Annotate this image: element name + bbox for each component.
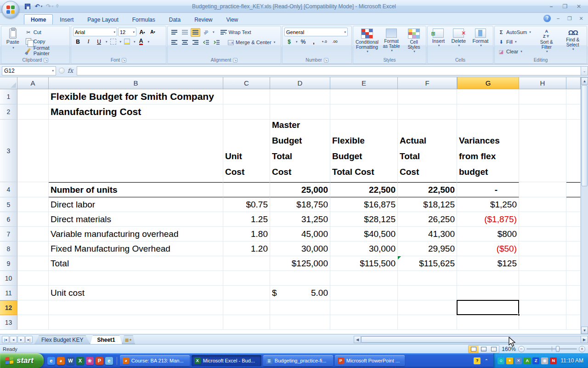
row-header-5[interactable]: 5 (0, 197, 17, 212)
cell-B9[interactable]: Total (49, 256, 223, 271)
cell-x2[interactable] (566, 104, 581, 120)
column-header-C[interactable]: C (223, 77, 270, 89)
column-header-H[interactable]: H (519, 77, 566, 89)
cell-H13[interactable] (519, 315, 566, 330)
cell-E3[interactable]: FlexibleBudgetTotal Cost (330, 120, 398, 182)
align-top-icon[interactable] (170, 28, 179, 37)
cell-A6[interactable] (17, 212, 49, 227)
conditional-formatting-button[interactable]: Conditional Formatting▾ (355, 28, 379, 57)
cut-button[interactable]: ✂Cut (24, 28, 68, 37)
wrap-text-button[interactable]: Wrap Text (219, 28, 252, 37)
cell-B3[interactable] (49, 120, 223, 182)
font-dialog-launcher[interactable]: ↘ (122, 58, 126, 63)
office-button[interactable] (2, 1, 19, 18)
orientation-button[interactable]: ab (201, 28, 211, 37)
alignment-dialog-launcher[interactable]: ↘ (233, 58, 237, 63)
fill-handle[interactable] (518, 314, 520, 316)
row-header-3[interactable]: 3 (0, 120, 17, 182)
paste-button[interactable]: Paste▾ (3, 28, 23, 57)
cell-E7[interactable]: $40,500 (330, 227, 398, 242)
font-family-combo[interactable]: Arial▾ (73, 28, 117, 36)
cell-F1[interactable] (398, 89, 457, 104)
cell-D7[interactable]: 45,000 (270, 227, 330, 242)
font-color-button[interactable]: A (136, 37, 146, 46)
fill-color-button[interactable] (122, 37, 132, 46)
select-all-corner[interactable] (0, 77, 17, 89)
row-header-7[interactable]: 7 (0, 227, 17, 242)
cell-B4[interactable]: Number of units (49, 182, 223, 197)
cell-F10[interactable] (398, 271, 457, 286)
cell-G5[interactable]: $1,250 (457, 197, 519, 212)
cell-D11[interactable]: $5.00 (270, 286, 330, 300)
antivirus-icon[interactable]: A (524, 357, 531, 364)
cell-A13[interactable] (17, 315, 49, 330)
norton-icon[interactable]: N (550, 357, 557, 364)
row-header-10[interactable]: 10 (0, 271, 17, 286)
cell-D3[interactable]: MasterBudgetTotalCost (270, 120, 330, 182)
number-dialog-launcher[interactable]: ↘ (324, 58, 328, 63)
cell-D6[interactable]: 31,250 (270, 212, 330, 227)
cell-E10[interactable] (330, 271, 398, 286)
borders-button[interactable] (108, 37, 118, 46)
currency-format-button[interactable]: $ (284, 37, 294, 46)
number-format-combo[interactable]: General▾ (284, 28, 348, 36)
cell-D8[interactable]: 30,000 (270, 242, 330, 256)
cell-G9[interactable]: $125 (457, 256, 519, 271)
shrink-font-button[interactable]: A▾ (148, 28, 158, 36)
cell-A5[interactable] (17, 197, 49, 212)
cell-A11[interactable] (17, 286, 49, 300)
cell-G4[interactable]: - (457, 182, 519, 197)
cell-styles-button[interactable]: Cell Styles▾ (404, 28, 424, 57)
cell-G11[interactable] (457, 286, 519, 300)
percent-format-button[interactable]: % (299, 37, 308, 46)
cell-B6[interactable]: Direct materials (49, 212, 223, 227)
row-header-11[interactable]: 11 (0, 286, 17, 300)
cell-G1[interactable] (457, 89, 519, 104)
sheet-tab-sheet1[interactable]: Sheet1 (90, 335, 122, 344)
align-middle-icon[interactable] (180, 28, 190, 37)
prev-sheet-button[interactable]: ◂ (10, 336, 17, 343)
cell-G13[interactable] (457, 315, 519, 330)
cell-E11[interactable] (330, 286, 398, 300)
fill-button[interactable]: ⬇Fill▾ (497, 37, 532, 46)
bold-button[interactable]: B (73, 37, 83, 46)
tab-page-layout[interactable]: Page Layout (80, 14, 125, 24)
scroll-right-icon[interactable]: ▶ (581, 336, 588, 343)
formula-input[interactable] (77, 66, 581, 75)
taskbar-window-2[interactable]: ≣Budgeting_practice-fi... (263, 355, 333, 366)
row-header-13[interactable]: 13 (0, 315, 17, 330)
insert-cells-button[interactable]: ⊞ Insert▾ (430, 28, 447, 57)
row-header-9[interactable]: 9 (0, 256, 17, 271)
normal-view-button[interactable] (469, 345, 479, 353)
cell-C13[interactable] (223, 315, 270, 330)
scroll-down-icon[interactable]: ▼ (581, 327, 588, 334)
cell-F2[interactable] (398, 104, 457, 120)
clear-button[interactable]: ◪Clear▾ (497, 47, 532, 56)
clipboard-dialog-launcher[interactable]: ↘ (44, 58, 48, 63)
cell-E12[interactable] (330, 300, 398, 315)
italic-button[interactable]: I (84, 37, 93, 46)
name-box[interactable]: G12▾ (2, 66, 56, 75)
cell-G7[interactable]: $800 (457, 227, 519, 242)
cell-E4[interactable]: 22,500 (330, 182, 398, 197)
redo-button[interactable]: ↷▾ (45, 2, 54, 11)
grow-font-button[interactable]: A▴ (137, 28, 147, 36)
cell-x9[interactable] (566, 256, 581, 271)
comma-format-button[interactable]: , (309, 37, 319, 46)
outlook-express-icon[interactable]: e (105, 357, 113, 365)
cell-H6[interactable] (519, 212, 566, 227)
taskbar-window-0[interactable]: ◕Course: BA 213: Man... (120, 355, 190, 366)
row-header-1[interactable]: 1 (0, 89, 17, 104)
cell-F6[interactable]: 26,250 (398, 212, 457, 227)
cell-x12[interactable] (566, 300, 581, 315)
cell-G6[interactable]: ($1,875) (457, 212, 519, 227)
cell-E13[interactable] (330, 315, 398, 330)
row-header-8[interactable]: 8 (0, 242, 17, 256)
cell-x1[interactable] (566, 89, 581, 104)
zonealarm-icon[interactable]: Z (532, 357, 539, 364)
tab-formulas[interactable]: Formulas (125, 14, 162, 24)
cell-x13[interactable] (566, 315, 581, 330)
workbook-minimize-button[interactable]: – (554, 16, 562, 21)
cell-D5[interactable]: $18,750 (270, 197, 330, 212)
undo-button[interactable]: ↶▾ (34, 2, 43, 11)
